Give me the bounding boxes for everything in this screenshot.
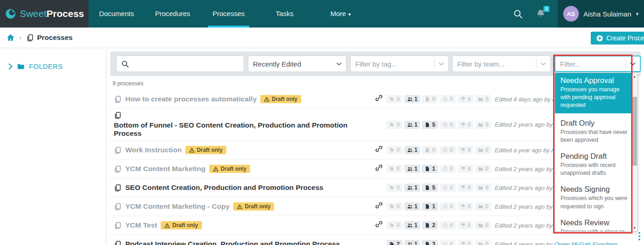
members-count: 1 — [404, 240, 420, 245]
document-icon — [425, 147, 430, 153]
folder-icon — [478, 204, 483, 209]
document-icon — [425, 166, 430, 172]
folder-icon — [478, 147, 483, 153]
policies-count: 0 — [458, 221, 474, 229]
nav-item-processes[interactable]: Processes — [201, 0, 257, 28]
folders-label: FOLDERS — [29, 62, 63, 70]
people-icon — [407, 122, 413, 128]
row-stats: 0 1 0 0 0 0 — [386, 95, 487, 103]
process-icon — [114, 95, 122, 103]
warning-icon — [264, 97, 269, 102]
umbrella-icon — [460, 204, 466, 209]
share-link-icon[interactable] — [375, 145, 383, 153]
umbrella-icon — [460, 166, 466, 172]
document-icon — [425, 122, 430, 128]
select-divider — [434, 59, 435, 68]
dropdown-option-needs-signing[interactable]: Needs Signing Processes which you were r… — [555, 183, 631, 212]
nav-item-documents[interactable]: Documents — [89, 0, 145, 28]
dropdown-option-needs-approval[interactable]: Needs Approval Processes you manage with… — [555, 73, 631, 113]
process-title[interactable]: YCM Content Marketing — [125, 165, 206, 173]
scroll-up-arrow-icon[interactable]: ▲ — [632, 73, 638, 80]
logo-text-sweet: Sweet — [20, 8, 46, 19]
row-stats: 0 1 1 0 0 0 — [386, 202, 487, 211]
sort-select[interactable]: Recently Edited — [248, 56, 347, 72]
folder-icon — [478, 223, 483, 228]
document-icon — [425, 204, 430, 209]
policies-count: 0 — [458, 95, 474, 103]
row-stats: 2 1 3 0 0 0 — [386, 240, 487, 245]
select-divider — [626, 59, 626, 68]
diamond-icon — [442, 223, 448, 228]
chevron-down-icon — [541, 62, 546, 66]
draft-only-badge: Draft only — [161, 221, 202, 229]
table-row[interactable]: Podcast Interview Creation, Production a… — [110, 235, 638, 245]
chevron-down-icon — [336, 62, 342, 66]
row-actions-kebab-icon[interactable] — [638, 232, 640, 242]
edited-info: Edited 4 years ago by Owen McGab Enaohwo — [487, 241, 638, 245]
editor-link[interactable]: Owen McGab Enaohwo — [554, 241, 617, 245]
dropdown-scrollbar[interactable]: ▲ ▼ — [631, 73, 638, 231]
search-input-icon — [121, 60, 129, 68]
warning-icon — [189, 148, 195, 153]
search-box[interactable] — [116, 56, 244, 72]
share-link-icon[interactable] — [375, 164, 383, 172]
decisions-count: 0 — [440, 95, 456, 103]
share-link-icon[interactable] — [375, 220, 383, 228]
filter-by-tag-select[interactable]: Filter by tag... — [350, 56, 449, 72]
search-input[interactable] — [133, 60, 239, 68]
dropdown-option-pending-draft[interactable]: Pending Draft Processes with recent unap… — [555, 150, 631, 179]
draft-only-badge: Draft only — [209, 165, 250, 173]
umbrella-icon — [460, 96, 466, 102]
decisions-count: 0 — [440, 184, 456, 192]
process-title[interactable]: YCM Content Marketing - Copy — [125, 202, 230, 211]
more-caret-icon: ▾ — [348, 11, 351, 17]
nav-right-section: 2 AS Aisha Sulaiman ▾ — [513, 0, 644, 28]
document-icon — [425, 223, 430, 228]
members-count: 1 — [404, 202, 420, 211]
members-count: 1 — [404, 121, 420, 129]
diamond-icon — [442, 185, 448, 190]
scroll-thumb[interactable] — [632, 97, 637, 166]
process-title[interactable]: Podcast Interview Creation, Production a… — [125, 240, 340, 245]
diamond-icon — [442, 96, 448, 102]
breadcrumb-current: Processes — [37, 33, 73, 42]
filter-by-team-select[interactable]: Filter by team... — [452, 56, 551, 72]
policies-count: 0 — [458, 165, 474, 173]
breadcrumb-bar: › Processes Create Process — [0, 28, 644, 48]
process-title[interactable]: How to create processes automatically — [125, 95, 257, 103]
process-title[interactable]: Work Instruction — [125, 146, 182, 154]
nav-item-more[interactable]: More▾ — [313, 0, 369, 28]
home-icon[interactable] — [6, 33, 15, 42]
nav-item-tasks[interactable]: Tasks — [257, 0, 313, 28]
user-menu[interactable]: AS Aisha Sulaiman ▾ — [558, 0, 644, 28]
row-stats: 0 1 5 0 0 0 — [386, 121, 487, 129]
decisions-count: 0 — [440, 202, 456, 211]
notifications-button[interactable]: 2 — [536, 9, 546, 19]
process-title[interactable]: YCM Test — [125, 221, 157, 229]
dropdown-option-needs-review[interactable]: Needs Review Processes with a close or e… — [555, 216, 631, 232]
people-icon — [407, 185, 413, 190]
tag-icon — [389, 147, 395, 153]
share-link-icon[interactable] — [375, 201, 383, 209]
nav-item-procedures[interactable]: Procedures — [145, 0, 201, 28]
app-logo[interactable]: SweetProcess — [0, 0, 89, 28]
tags-count: 0 — [386, 184, 403, 192]
scroll-down-arrow-icon[interactable]: ▼ — [632, 224, 638, 231]
filter-select[interactable]: Filter... — [554, 56, 641, 72]
create-process-button[interactable]: Create Process — [591, 32, 644, 45]
tag-icon — [389, 204, 395, 209]
search-icon[interactable] — [513, 9, 523, 19]
people-icon — [407, 241, 413, 245]
process-title[interactable]: Bottom of Funnel - SEO Content Creation,… — [114, 121, 371, 138]
share-link-icon[interactable] — [375, 94, 383, 102]
dropdown-option-draft-only[interactable]: Draft Only Processes that have never bee… — [555, 117, 631, 146]
chevron-down-icon — [630, 62, 635, 66]
tags-count: 0 — [386, 121, 403, 129]
folder-icon — [17, 62, 25, 70]
umbrella-icon — [460, 241, 466, 245]
tags-count: 0 — [386, 221, 403, 229]
policies-count: 0 — [458, 146, 474, 154]
sidebar-folders-toggle[interactable]: FOLDERS — [0, 49, 106, 70]
people-icon — [407, 147, 413, 153]
process-title[interactable]: SEO Content Creation, Production and Pro… — [125, 184, 323, 192]
